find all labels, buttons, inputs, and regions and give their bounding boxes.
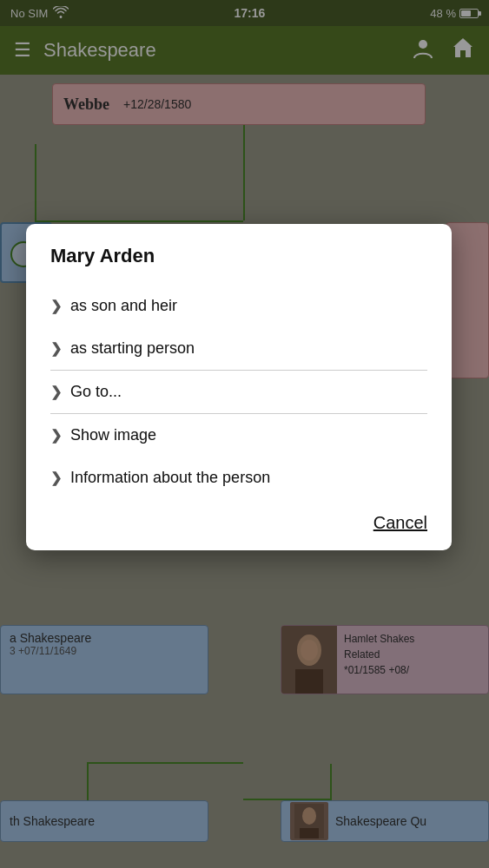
chevron-icon-4: ❯ xyxy=(50,427,62,444)
menu-item-show-image[interactable]: ❯ Show image xyxy=(50,414,427,457)
cancel-row: Cancel xyxy=(50,499,427,550)
modal-title: Mary Arden xyxy=(50,245,427,267)
chevron-icon-3: ❯ xyxy=(50,384,62,400)
menu-item-show-image-label: Show image xyxy=(70,426,156,444)
menu-item-go-to-label: Go to... xyxy=(70,383,122,401)
menu-item-info-person-label: Information about the person xyxy=(70,469,270,487)
chevron-icon-1: ❯ xyxy=(50,298,62,314)
chevron-icon-5: ❯ xyxy=(50,470,62,486)
menu-item-son-heir[interactable]: ❯ as son and heir xyxy=(50,285,427,327)
menu-item-info-person[interactable]: ❯ Information about the person xyxy=(50,457,427,499)
menu-item-go-to[interactable]: ❯ Go to... xyxy=(50,371,427,413)
cancel-button[interactable]: Cancel xyxy=(373,513,427,533)
menu-item-starting-person-label: as starting person xyxy=(70,339,195,358)
chevron-icon-2: ❯ xyxy=(50,340,62,357)
menu-item-son-heir-label: as son and heir xyxy=(70,297,177,315)
context-menu-modal: Mary Arden ❯ as son and heir ❯ as starti… xyxy=(26,224,452,550)
menu-item-starting-person[interactable]: ❯ as starting person xyxy=(50,327,427,370)
